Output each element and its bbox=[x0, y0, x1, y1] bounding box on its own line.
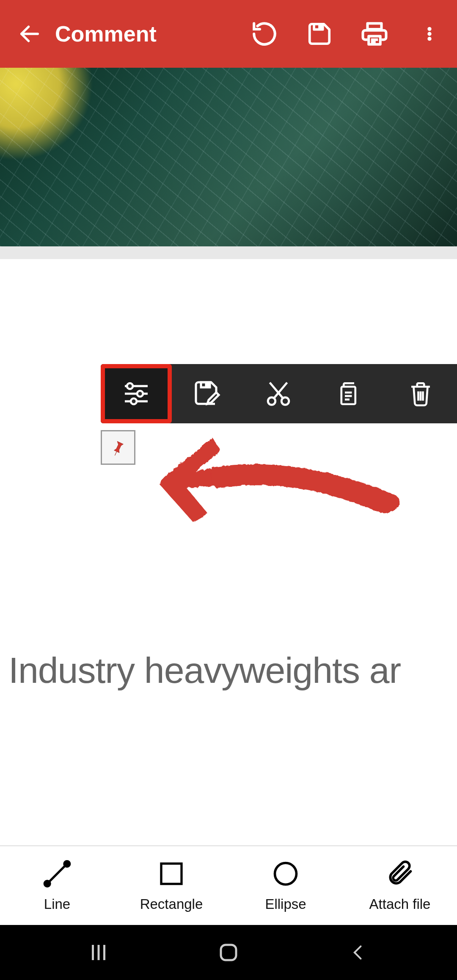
save-icon bbox=[306, 21, 333, 47]
more-button[interactable] bbox=[415, 19, 444, 49]
ellipse-icon bbox=[271, 859, 300, 888]
svg-rect-2 bbox=[319, 25, 322, 28]
cut-icon bbox=[264, 379, 293, 409]
page-title: Comment bbox=[55, 21, 250, 47]
tool-rectangle[interactable]: Rectangle bbox=[114, 846, 228, 925]
annotation-edit-button[interactable] bbox=[172, 364, 243, 423]
pushpin-icon bbox=[110, 439, 126, 455]
line-icon bbox=[42, 858, 72, 890]
document-text: Industry heavyweights ar taking an inqui… bbox=[8, 505, 457, 845]
svg-point-7 bbox=[428, 28, 431, 31]
svg-point-19 bbox=[281, 398, 289, 405]
context-toolbar bbox=[101, 364, 457, 423]
sliders-icon bbox=[121, 378, 151, 409]
annotation-cut-button[interactable] bbox=[243, 364, 314, 423]
svg-point-30 bbox=[44, 881, 50, 886]
svg-point-8 bbox=[428, 32, 431, 36]
svg-point-11 bbox=[127, 383, 133, 389]
recents-icon bbox=[87, 941, 110, 964]
attach-file-icon bbox=[385, 859, 414, 888]
annotation-properties-button[interactable] bbox=[101, 364, 172, 423]
nav-back-button[interactable] bbox=[337, 940, 380, 965]
page-gap bbox=[0, 246, 457, 259]
print-icon bbox=[361, 20, 388, 48]
nav-home-button[interactable] bbox=[207, 940, 250, 965]
undo-button[interactable] bbox=[250, 19, 279, 49]
paste-icon bbox=[336, 380, 363, 408]
svg-rect-17 bbox=[206, 383, 209, 387]
document-page[interactable]: Industry heavyweights ar taking an inqui… bbox=[0, 259, 457, 845]
annotation-copy-button[interactable] bbox=[314, 364, 385, 423]
svg-rect-32 bbox=[161, 864, 182, 884]
document-image bbox=[0, 68, 457, 246]
text-line: Industry heavyweights ar bbox=[8, 637, 457, 704]
more-vertical-icon bbox=[421, 21, 438, 47]
system-navigation-bar bbox=[0, 925, 457, 980]
home-icon bbox=[217, 941, 240, 964]
nav-recents-button[interactable] bbox=[77, 940, 120, 965]
svg-point-13 bbox=[137, 391, 143, 397]
save-button[interactable] bbox=[305, 19, 334, 49]
svg-rect-37 bbox=[221, 945, 236, 960]
svg-rect-3 bbox=[368, 23, 382, 29]
svg-point-15 bbox=[131, 398, 137, 404]
print-button[interactable] bbox=[360, 19, 389, 49]
trash-icon bbox=[407, 380, 435, 408]
annotation-delete-button[interactable] bbox=[385, 364, 456, 423]
note-annotation-marker[interactable] bbox=[101, 430, 135, 465]
svg-point-31 bbox=[64, 861, 70, 867]
rectangle-icon bbox=[158, 860, 185, 887]
tool-attach-file[interactable]: Attach file bbox=[343, 846, 457, 925]
arrow-left-icon bbox=[17, 22, 42, 46]
tool-ellipse[interactable]: Ellipse bbox=[228, 846, 343, 925]
annotation-tool-tabs: Line Rectangle Ellipse bbox=[0, 845, 457, 925]
undo-icon bbox=[251, 20, 278, 48]
tool-label: Line bbox=[44, 896, 70, 912]
svg-point-18 bbox=[268, 398, 275, 405]
svg-line-29 bbox=[47, 864, 67, 884]
back-button[interactable] bbox=[13, 17, 47, 51]
tool-label: Rectangle bbox=[140, 896, 203, 912]
back-icon bbox=[349, 943, 368, 962]
text-line: taking an inquisitive look bbox=[8, 836, 457, 845]
svg-point-33 bbox=[275, 863, 297, 885]
edit-save-icon bbox=[192, 378, 223, 409]
tool-line[interactable]: Line bbox=[0, 846, 114, 925]
app-bar: Comment bbox=[0, 0, 457, 68]
tool-label: Ellipse bbox=[265, 896, 306, 912]
tool-label: Attach file bbox=[369, 896, 431, 912]
svg-point-9 bbox=[428, 37, 431, 41]
